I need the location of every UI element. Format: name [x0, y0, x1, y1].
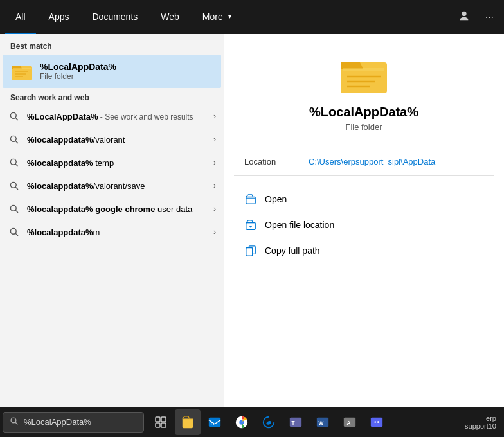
best-match-title: %LocalAppData%: [40, 62, 116, 72]
svg-rect-1: [13, 68, 31, 69]
svg-line-10: [15, 164, 18, 166]
svg-text:A: A: [346, 420, 350, 425]
taskbar-search-box[interactable]: %LocalAppData%: [3, 412, 144, 433]
svg-rect-33: [161, 423, 166, 427]
tab-documents[interactable]: Documents: [82, 0, 148, 34]
svg-line-12: [15, 187, 18, 190]
open-file-location-icon: [244, 219, 257, 231]
chevron-right-icon-5: ›: [213, 204, 216, 213]
tab-all[interactable]: All: [5, 0, 36, 34]
search-item-5-text: %localappdata% google chrome user data: [27, 204, 213, 214]
location-value[interactable]: C:\Users\erpsupport_sipl\AppData: [309, 157, 435, 166]
svg-rect-44: [371, 417, 382, 427]
chevron-right-icon-4: ›: [213, 181, 216, 190]
svg-text:W: W: [319, 420, 324, 425]
taskbar-search-text: %LocalAppData%: [24, 417, 91, 427]
search-section-label: Search work and web: [0, 88, 224, 105]
taskbar-search-icon: [10, 416, 19, 427]
search-icon-2: [8, 133, 21, 146]
tab-web[interactable]: Web: [150, 0, 190, 34]
search-icon-3: [8, 156, 21, 169]
teams-button[interactable]: T: [283, 409, 309, 435]
search-item-1-text: %LocalAppData% - See work and web result…: [27, 112, 213, 121]
search-icon-1: [8, 110, 21, 123]
search-item-5[interactable]: %localappdata% google chrome user data ›: [0, 197, 224, 220]
taskbar-clock: erp support10: [460, 415, 501, 430]
folder-icon: [10, 60, 33, 83]
discord-button[interactable]: [364, 409, 390, 435]
rp-divider-2: [234, 175, 494, 176]
svg-line-14: [15, 210, 18, 213]
location-row: Location C:\Users\erpsupport_sipl\AppDat…: [234, 153, 494, 170]
search-icon-5: [8, 202, 21, 215]
svg-text:O: O: [211, 420, 215, 426]
location-label: Location: [244, 157, 309, 166]
best-match-label: Best match: [0, 34, 224, 55]
file-explorer-button[interactable]: [175, 409, 201, 435]
chevron-right-icon-6: ›: [213, 227, 216, 236]
rp-title: %LocalAppData%: [309, 105, 419, 120]
clock-date: support10: [465, 422, 496, 430]
best-match-subtitle: File folder: [40, 72, 116, 81]
main-area: Best match %LocalAppData% File folder: [0, 34, 504, 407]
best-match-item[interactable]: %LocalAppData% File folder: [3, 55, 221, 88]
right-panel: %LocalAppData% File folder Location C:\U…: [224, 34, 504, 407]
more-options-icon[interactable]: ···: [480, 6, 499, 28]
top-navigation: All Apps Documents Web More ▾ ···: [0, 0, 504, 34]
open-label: Open: [265, 194, 287, 204]
open-action[interactable]: Open: [234, 186, 494, 212]
svg-text:T: T: [292, 420, 295, 425]
svg-line-8: [15, 141, 18, 143]
svg-rect-18: [343, 68, 384, 71]
search-item-6-text: %localappdata%m: [27, 227, 213, 237]
chevron-right-icon-2: ›: [213, 135, 216, 144]
copy-path-label: Copy full path: [265, 245, 320, 256]
search-item-2-text: %localappdata%/valorant: [27, 135, 213, 145]
search-item-3-text: %localappdata% temp: [27, 158, 213, 168]
open-file-location-label: Open file location: [265, 220, 334, 230]
search-item-4[interactable]: %localappdata%/valorant/save ›: [0, 174, 224, 197]
tab-apps[interactable]: Apps: [39, 0, 80, 34]
search-item-3[interactable]: %localappdata% temp ›: [0, 151, 224, 174]
search-item-1[interactable]: %LocalAppData% - See work and web result…: [0, 105, 224, 128]
large-folder-icon: [338, 49, 390, 97]
svg-rect-32: [156, 423, 160, 427]
copy-icon: [244, 244, 257, 257]
search-icon-4: [8, 179, 21, 192]
word-button[interactable]: W: [310, 409, 336, 435]
open-icon: [244, 193, 257, 206]
task-view-button[interactable]: [148, 409, 174, 435]
svg-line-16: [15, 233, 18, 236]
rp-subtitle: File folder: [345, 122, 382, 132]
outlook-button[interactable]: O: [202, 409, 228, 435]
chevron-right-icon-1: ›: [213, 112, 216, 121]
clock-time: erp: [465, 415, 496, 422]
open-file-location-action[interactable]: Open file location: [234, 212, 494, 238]
chevron-down-icon: ▾: [228, 13, 231, 20]
left-panel: Best match %LocalAppData% File folder: [0, 34, 224, 407]
person-icon[interactable]: [453, 5, 475, 30]
chrome-button[interactable]: [229, 409, 255, 435]
taskbar: %LocalAppData% O: [0, 407, 504, 437]
rp-divider-1: [234, 145, 494, 145]
search-item-6[interactable]: %localappdata%m ›: [0, 220, 224, 244]
chevron-right-icon-3: ›: [213, 158, 216, 167]
search-icon-6: [8, 226, 21, 238]
edge-button[interactable]: [256, 409, 282, 435]
svg-rect-27: [246, 248, 253, 256]
search-item-2[interactable]: %localappdata%/valorant ›: [0, 128, 224, 151]
app-button-1[interactable]: A: [337, 409, 363, 435]
search-item-4-text: %localappdata%/valorant/save: [27, 181, 213, 191]
best-match-text: %LocalAppData% File folder: [40, 62, 116, 81]
svg-rect-30: [156, 417, 160, 422]
svg-line-29: [15, 422, 17, 424]
copy-path-action[interactable]: Copy full path: [234, 238, 494, 263]
svg-rect-31: [161, 417, 166, 422]
rp-actions: Open Open file location: [234, 186, 494, 263]
tab-more[interactable]: More ▾: [192, 0, 242, 34]
svg-line-6: [15, 118, 18, 120]
